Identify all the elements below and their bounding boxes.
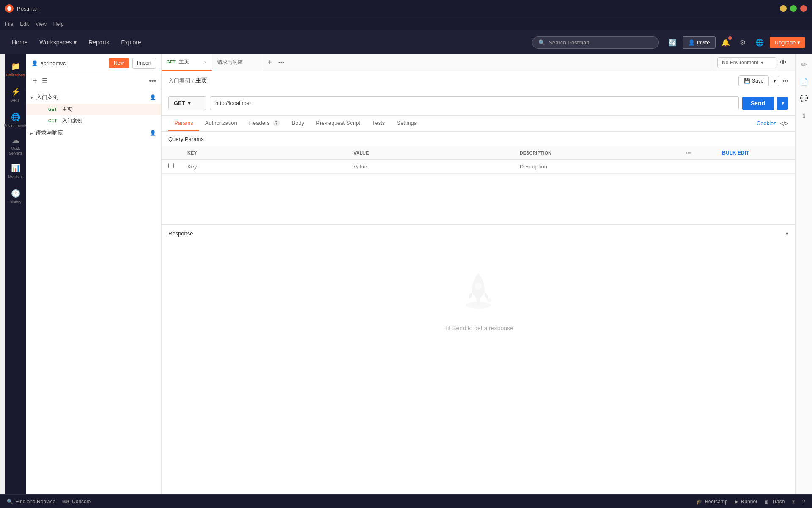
minimize-button[interactable]: −: [780, 5, 787, 12]
new-button[interactable]: New: [109, 58, 129, 68]
layout-button[interactable]: ⊞: [791, 499, 796, 505]
import-button[interactable]: Import: [132, 58, 156, 69]
notifications-button[interactable]: 🔔: [719, 36, 732, 49]
toolbar-more-button[interactable]: •••: [149, 77, 156, 85]
key-input[interactable]: [187, 163, 340, 170]
req-tab-body[interactable]: Body: [286, 116, 310, 131]
sync-button[interactable]: 🔄: [666, 36, 679, 49]
folder-rumen: ▼ 入门案例 👤 GET 主页 GET 入门案例: [26, 91, 161, 127]
help-button[interactable]: ?: [802, 499, 805, 505]
right-panel-doc-button[interactable]: 📄: [797, 75, 811, 88]
collections-header: 👤 springmvc New Import: [26, 54, 161, 72]
save-button[interactable]: 💾 Save: [738, 75, 769, 86]
req-tab-params[interactable]: Params: [168, 116, 199, 131]
params-more-button[interactable]: •••: [686, 150, 691, 155]
method-arrow-icon: ▾: [188, 100, 191, 106]
menu-view[interactable]: View: [36, 21, 47, 27]
bootcamp-icon: 🎓: [696, 499, 702, 505]
interceptor-button[interactable]: 🌐: [753, 36, 766, 49]
gear-icon: ⚙: [740, 39, 746, 47]
collections-tree: ▼ 入门案例 👤 GET 主页 GET 入门案例 ▶ 请求与响应: [26, 89, 161, 494]
req-tab-pre-request[interactable]: Pre-request Script: [310, 116, 366, 131]
close-button[interactable]: ×: [800, 5, 807, 12]
right-panel-edit-button[interactable]: ✏: [797, 58, 811, 71]
code-view-icon[interactable]: </>: [780, 120, 788, 127]
right-panel-info-button[interactable]: ℹ: [797, 108, 811, 122]
tree-item-zhuye[interactable]: GET 主页: [26, 104, 161, 115]
chevron-down-icon: ▼: [30, 95, 34, 100]
upgrade-button[interactable]: Upgrade ▾: [770, 37, 806, 48]
new-tab-button[interactable]: +: [263, 54, 277, 71]
bootcamp-button[interactable]: 🎓 Bootcamp: [696, 499, 728, 505]
send-dropdown-button[interactable]: ▾: [777, 97, 788, 110]
eye-icon[interactable]: 👁: [780, 59, 787, 66]
tab-zhuye[interactable]: GET 主页 ×: [162, 54, 212, 71]
bulk-edit-button[interactable]: Bulk Edit: [722, 150, 749, 156]
nav-home[interactable]: Home: [7, 36, 33, 48]
sidebar-item-apis[interactable]: ⚡ APIs: [6, 83, 25, 107]
folder-request-response-header[interactable]: ▶ 请求与响应 👤: [26, 127, 161, 139]
breadcrumb-folder[interactable]: 入门案例: [168, 77, 190, 85]
right-panel-comment-button[interactable]: 💬: [797, 91, 811, 105]
menu-file[interactable]: File: [5, 21, 13, 27]
nav-explore[interactable]: Explore: [116, 36, 146, 48]
bottom-bar: 🔍 Find and Replace ⌨ Console 🎓 Bootcamp …: [0, 494, 812, 508]
sidebar-item-collections[interactable]: 📁 Collections: [6, 58, 25, 81]
svg-point-2: [472, 302, 477, 307]
req-tab-tests[interactable]: Tests: [366, 116, 391, 131]
add-collection-button[interactable]: +: [31, 75, 38, 86]
invite-button[interactable]: 👤 Invite: [683, 36, 715, 49]
filter-button[interactable]: ☰: [40, 75, 49, 86]
search-bar[interactable]: 🔍 Search Postman: [532, 36, 659, 49]
menu-edit[interactable]: Edit: [20, 21, 29, 27]
find-icon: 🔍: [7, 499, 13, 505]
breadcrumb-more-button[interactable]: •••: [782, 78, 788, 84]
runner-button[interactable]: ▶ Runner: [735, 499, 757, 505]
find-replace-button[interactable]: 🔍 Find and Replace: [7, 499, 55, 505]
tab-close-button[interactable]: ×: [204, 59, 207, 65]
save-icon: 💾: [744, 78, 750, 84]
response-empty-state: Hit Send to get a response: [162, 242, 795, 357]
titlebar-left: Postman: [5, 4, 38, 13]
more-col-header: •••: [679, 146, 716, 160]
cookies-link[interactable]: Cookies: [757, 120, 776, 127]
sync-icon: 🔄: [668, 39, 677, 47]
send-button[interactable]: Send: [742, 97, 774, 110]
search-icon: 🔍: [538, 39, 545, 46]
tab-bar-right: No Environment ▾ 👁: [712, 54, 792, 71]
maximize-button[interactable]: □: [790, 5, 797, 12]
menubar: File Edit View Help: [0, 17, 812, 30]
req-tab-headers[interactable]: Headers 7: [243, 116, 286, 131]
tree-item-rumen[interactable]: GET 入门案例: [26, 115, 161, 127]
key-column-header: KEY: [181, 146, 347, 160]
sidebar-item-mock-servers[interactable]: ☁ Mock Servers: [6, 134, 25, 157]
folder-request-response: ▶ 请求与响应 👤: [26, 127, 161, 139]
interceptor-icon: 🌐: [755, 39, 764, 47]
row-checkbox[interactable]: [168, 163, 174, 168]
collections-toolbar: + ☰ •••: [26, 72, 161, 89]
tab-label-zhuye: 主页: [179, 58, 189, 66]
req-tab-settings[interactable]: Settings: [391, 116, 422, 131]
sidebar-item-history[interactable]: 🕐 History: [6, 185, 25, 208]
sidebar-item-environments[interactable]: 🌐 Environments: [6, 108, 25, 132]
menu-help[interactable]: Help: [53, 21, 64, 27]
response-header[interactable]: Response ▾: [162, 225, 795, 242]
url-input[interactable]: [210, 96, 739, 110]
folder-rumen-header[interactable]: ▼ 入门案例 👤: [26, 91, 161, 104]
tab-more-button[interactable]: •••: [277, 59, 286, 66]
nav-reports[interactable]: Reports: [83, 36, 114, 48]
response-area: Response ▾ Hit Send to get a respons: [162, 224, 795, 357]
console-button[interactable]: ⌨ Console: [62, 499, 91, 505]
sidebar-item-monitors[interactable]: 📊 Monitors: [6, 159, 25, 183]
environment-select[interactable]: No Environment ▾: [717, 57, 776, 68]
req-tab-authorization[interactable]: Authorization: [199, 116, 243, 131]
method-select[interactable]: GET ▾: [168, 96, 206, 110]
trash-button[interactable]: 🗑 Trash: [764, 499, 785, 505]
nav-workspaces[interactable]: Workspaces ▾: [34, 36, 82, 48]
save-dropdown-button[interactable]: ▾: [771, 76, 779, 86]
settings-button[interactable]: ⚙: [736, 36, 749, 49]
description-input[interactable]: [520, 163, 672, 170]
folder-request-response-label: 请求与响应: [36, 129, 147, 137]
tab-request-response[interactable]: 请求与响应: [212, 54, 263, 71]
value-input[interactable]: [354, 163, 506, 170]
